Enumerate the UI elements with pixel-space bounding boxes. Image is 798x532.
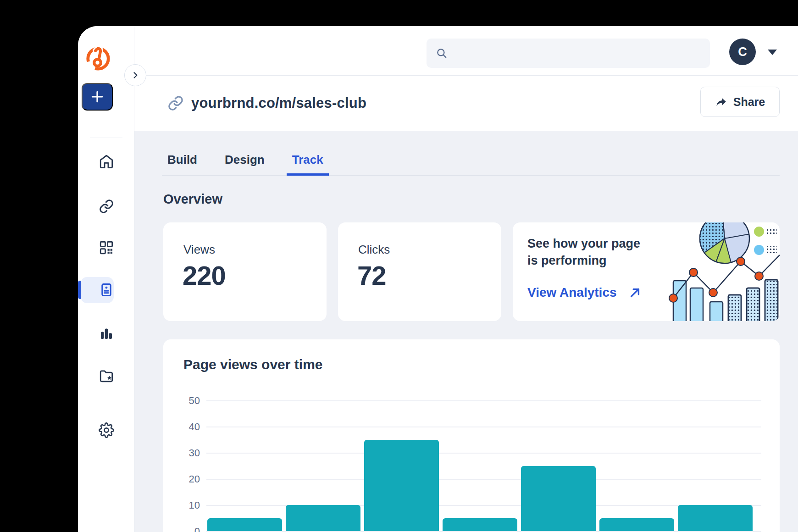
plus-icon — [90, 89, 105, 104]
y-axis-tick-50: 50 — [163, 395, 200, 407]
bar-1[interactable] — [207, 518, 282, 532]
folder-star-icon — [99, 368, 114, 384]
sidebar — [78, 26, 134, 532]
tab-track[interactable]: Track — [287, 153, 329, 176]
legend-swatch — [767, 246, 777, 253]
sidebar-item-analytics[interactable] — [84, 321, 128, 346]
view-analytics-link[interactable]: View Analytics — [527, 285, 641, 300]
bitly-logo[interactable] — [85, 44, 111, 71]
gridline-y20 — [206, 479, 761, 480]
share-button[interactable]: Share — [700, 87, 780, 117]
promo-title-line2: is performing — [527, 252, 640, 269]
bar-2[interactable] — [286, 505, 360, 531]
clicks-label: Clicks — [358, 243, 390, 257]
y-axis-tick-0: 0 — [163, 526, 200, 532]
avatar[interactable]: C — [729, 39, 756, 65]
tab-design[interactable]: Design — [219, 153, 270, 176]
sidebar-divider — [90, 138, 122, 138]
bar-6[interactable] — [599, 518, 674, 532]
gear-icon — [99, 422, 114, 438]
sidebar-item-qr-codes[interactable] — [84, 235, 128, 260]
y-axis-tick-20: 20 — [163, 473, 200, 485]
page-views-chart-card: Page views over time 01020304050 — [163, 339, 780, 532]
home-icon — [99, 154, 114, 169]
app-window: C yourbrnd.co/m/sales-club Share Build D… — [78, 26, 798, 532]
views-stat-card: Views 220 — [163, 222, 327, 321]
landing-page-icon — [99, 282, 114, 298]
caret-down-icon[interactable] — [768, 50, 777, 55]
y-axis-tick-30: 30 — [163, 447, 200, 459]
views-value: 220 — [183, 260, 226, 291]
link-icon — [99, 199, 114, 214]
topbar: C — [134, 26, 798, 76]
sidebar-item-settings[interactable] — [84, 417, 128, 443]
tab-build[interactable]: Build — [162, 153, 203, 176]
sidebar-item-links[interactable] — [84, 194, 128, 219]
analytics-promo-card: See how your page is performing View Ana… — [513, 222, 780, 321]
share-button-label: Share — [733, 95, 765, 109]
search-icon — [436, 47, 448, 59]
sidebar-item-home[interactable] — [84, 149, 128, 174]
clicks-stat-card: Clicks 72 — [338, 222, 501, 321]
main-content: Build Design Track Overview Views 220 Cl… — [134, 131, 798, 532]
views-label: Views — [183, 243, 215, 257]
gridline-y40 — [206, 427, 761, 427]
bar-7[interactable] — [678, 505, 753, 531]
bar-3[interactable] — [364, 440, 439, 532]
view-analytics-label: View Analytics — [527, 285, 617, 300]
link-icon — [167, 95, 184, 111]
promo-title-line1: See how your page — [527, 235, 640, 252]
analytics-illustration — [660, 222, 780, 321]
gridline-y30 — [206, 453, 761, 454]
search-input[interactable] — [453, 47, 692, 59]
search-box[interactable] — [427, 39, 710, 68]
page-title: yourbrnd.co/m/sales-club — [191, 95, 366, 111]
promo-title: See how your page is performing — [527, 235, 640, 269]
sidebar-collapse-button[interactable] — [124, 64, 146, 86]
legend-swatch — [767, 228, 777, 235]
tab-bar: Build Design Track — [162, 153, 329, 176]
bar-chart-icon — [99, 326, 114, 341]
legend-dot-green — [754, 227, 764, 237]
gridline-y50 — [206, 400, 761, 401]
overview-heading: Overview — [163, 192, 222, 207]
bar-5[interactable] — [521, 466, 596, 532]
share-arrow-icon — [715, 96, 727, 108]
sidebar-item-campaigns[interactable] — [84, 363, 128, 389]
chart-title: Page views over time — [183, 357, 323, 372]
bar-chart-doodle — [673, 280, 778, 321]
bar-4[interactable] — [443, 518, 517, 532]
sidebar-divider — [90, 396, 122, 396]
create-new-button[interactable] — [82, 83, 113, 111]
arrow-up-right-icon — [629, 287, 641, 299]
sidebar-item-pages[interactable] — [84, 277, 128, 303]
y-axis-tick-40: 40 — [163, 421, 200, 433]
y-axis-tick-10: 10 — [163, 499, 200, 511]
chevron-right-icon — [131, 71, 140, 80]
link-header: yourbrnd.co/m/sales-club Share — [134, 76, 798, 131]
qr-code-icon — [99, 240, 114, 255]
legend-dot-blue — [754, 245, 764, 255]
clicks-value: 72 — [357, 260, 386, 291]
